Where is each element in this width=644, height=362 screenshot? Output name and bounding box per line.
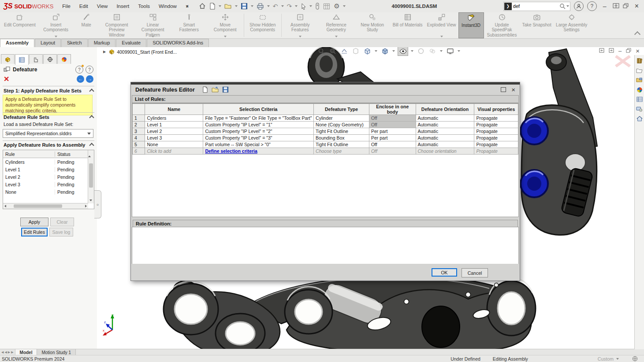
home-pane-icon[interactable] (636, 115, 643, 122)
resources-icon[interactable] (636, 57, 643, 64)
undo-dropdown-caret[interactable] (281, 5, 284, 7)
previous-step-icon[interactable]: ← (77, 75, 84, 83)
visual-properties-cell[interactable]: Propagate (474, 115, 518, 122)
unit-system-select[interactable]: Custom (598, 356, 620, 362)
design-library-icon[interactable] (636, 66, 643, 74)
ribbon-reference-geometry[interactable]: Reference Geometry (318, 12, 354, 38)
col-header-orientation[interactable]: Defeature Orientation (416, 104, 474, 115)
ribbon-component-preview-window[interactable]: Component Preview Window (99, 12, 135, 38)
dialog-close-icon[interactable]: × (511, 86, 515, 93)
open-ruleset-icon[interactable] (211, 86, 220, 94)
ribbon-collapse-chevron[interactable] (634, 31, 640, 37)
click-to-add-cell[interactable]: Click to add (145, 148, 203, 155)
section-view-icon[interactable] (351, 47, 361, 55)
zoom-to-fit-icon[interactable] (316, 47, 326, 55)
ribbon-mate[interactable]: Mate (74, 12, 99, 38)
col-header-selection-criteria[interactable]: Selection Criteria (203, 104, 314, 115)
doc-close-icon[interactable]: × (636, 47, 640, 55)
display-style-icon[interactable] (380, 47, 390, 55)
col-header-enclose[interactable]: Enclose in one body (369, 104, 416, 115)
hide-show-caret[interactable] (411, 50, 413, 52)
property-manager-tab[interactable] (15, 54, 29, 65)
dialog-title-bar[interactable]: Defeature Rules Editor × (131, 85, 520, 95)
tab-scroll-controls[interactable]: ◀ ◀ ▶ ▶ (0, 349, 15, 355)
enclose-cell[interactable]: Per part (369, 128, 416, 135)
tab-sketch[interactable]: Sketch (61, 39, 88, 47)
ok-button[interactable]: OK (432, 268, 457, 277)
user-account-icon[interactable] (574, 1, 584, 11)
orientation-cell[interactable]: Automatic (416, 141, 474, 148)
col-header-defeature-type[interactable]: Defeature Type (314, 104, 369, 115)
dock-right-icon[interactable] (609, 48, 614, 54)
feature-tree-tab[interactable] (1, 54, 15, 64)
defeature-type-cell[interactable]: Bounding Box (314, 135, 369, 141)
ribbon-instant3d[interactable]: Instant3D (458, 12, 484, 38)
visual-properties-cell[interactable]: Propagate (474, 148, 518, 155)
previous-view-icon[interactable] (339, 47, 349, 55)
dropdown-caret[interactable] (224, 36, 227, 37)
motion-study-tab[interactable]: Motion Study 1 (37, 349, 76, 355)
custom-properties-icon[interactable] (636, 96, 643, 103)
search-input[interactable] (512, 3, 559, 9)
visual-properties-cell[interactable]: Propagate (474, 128, 518, 135)
rule-name-cell[interactable]: Level 2 (145, 128, 203, 135)
cancel-button[interactable]: Cancel (462, 268, 488, 277)
cancel-x-icon[interactable]: ✕ (4, 76, 9, 82)
selection-criteria-cell[interactable]: Part volume -- SW Special > "0" (203, 141, 314, 148)
ribbon-update-speedpak[interactable]: Update SpeedPak Subassemblies (484, 12, 520, 38)
print-icon[interactable] (255, 1, 265, 11)
enclose-cell[interactable]: Off (369, 115, 416, 122)
ribbon-bill-of-materials[interactable]: Bill of Materials (391, 12, 425, 38)
feature-tree-root[interactable]: ▶ 40099001_Start (Front End... (103, 49, 177, 55)
ribbon-take-snapshot[interactable]: Take Snapshot (520, 12, 554, 38)
rule-row[interactable]: NonePending (3, 188, 94, 196)
orientation-cell[interactable]: Automatic (416, 115, 474, 122)
rule-column-header[interactable]: Rule (3, 151, 55, 157)
tab-layout[interactable]: Layout (35, 39, 61, 47)
selection-criteria-cell[interactable]: Custom Property "IP Level" = "2" (203, 128, 314, 135)
menu-insert[interactable]: Insert (112, 2, 134, 11)
model-tab[interactable]: Model (15, 349, 37, 355)
print-dropdown-caret[interactable] (267, 5, 270, 7)
rule-row[interactable]: CylindersPending (3, 158, 94, 166)
selection-filter-icon[interactable] (314, 1, 321, 11)
rule-name-cell[interactable]: Level 1 (145, 122, 203, 128)
options-gear-icon[interactable]: ⚙ (332, 1, 341, 11)
scene-caret[interactable] (440, 50, 443, 52)
tab-markup[interactable]: Markup (88, 39, 116, 47)
dropdown-caret[interactable] (440, 36, 443, 37)
next-step-icon[interactable]: → (86, 75, 93, 83)
whats-new-help-icon[interactable]: ? (75, 66, 83, 74)
dialog-maximize-icon[interactable] (501, 87, 506, 92)
tree-expand-icon[interactable]: ▶ (103, 50, 106, 54)
dropdown-caret[interactable] (55, 36, 57, 37)
window-arrange-icon[interactable] (613, 3, 619, 9)
appearances-scenes-icon[interactable] (636, 86, 643, 93)
rules-vertical-scrollbar[interactable] (88, 150, 94, 203)
menu-view[interactable]: View (93, 2, 112, 11)
rule-row[interactable]: Level 3Pending (3, 181, 94, 188)
selection-criteria-cell[interactable]: Custom Property "IP Level" = "1" (203, 122, 314, 128)
clear-button[interactable]: Clear (50, 218, 74, 226)
status-column-header[interactable]: Status (55, 151, 85, 157)
ruleset-select[interactable]: Simplified Representation.slddrs (3, 129, 93, 138)
configurations-tab[interactable] (29, 54, 43, 64)
ribbon-show-hidden-components[interactable]: Show Hidden Components (245, 12, 281, 38)
home-icon[interactable] (197, 1, 207, 11)
menu-file[interactable]: File (58, 2, 75, 11)
search-icon[interactable] (559, 3, 566, 9)
step1-section-header[interactable]: Step 1: Apply Defeature Rule Sets (4, 88, 93, 93)
rules-horizontal-scrollbar[interactable] (3, 203, 88, 209)
select-dropdown-caret[interactable] (309, 5, 312, 7)
visual-properties-cell[interactable]: Propagate (474, 122, 518, 128)
visual-properties-cell[interactable]: Propagate (474, 135, 518, 141)
new-dropdown-caret[interactable] (219, 5, 221, 7)
rulesets-section-header[interactable]: Defeature Rule Sets (4, 115, 93, 120)
apply-button[interactable]: Apply (20, 218, 48, 226)
view-orientation-caret[interactable] (375, 50, 377, 52)
display-style-caret[interactable] (392, 50, 395, 52)
apply-scene-icon[interactable] (428, 47, 437, 55)
window-close-icon[interactable]: × (632, 2, 641, 10)
dropdown-caret[interactable] (152, 36, 154, 37)
rule-name-cell[interactable]: Cylinders (145, 115, 203, 122)
